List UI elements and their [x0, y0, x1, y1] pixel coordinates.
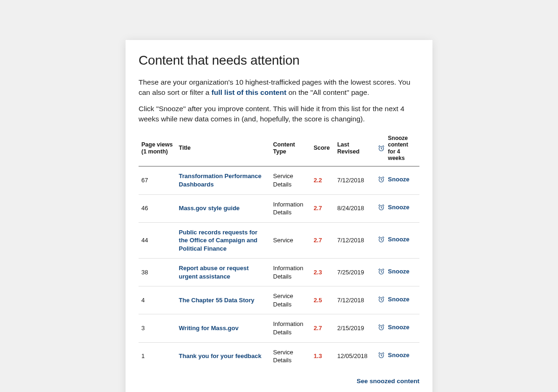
alarm-clock-icon — [378, 296, 385, 303]
col-header-score[interactable]: Score — [311, 131, 334, 166]
cell-type: Information Details — [270, 259, 311, 286]
snooze-button[interactable]: Snooze — [378, 324, 409, 331]
table-row: 4The Chapter 55 Data StoryService Detail… — [139, 286, 419, 314]
cell-views: 67 — [139, 166, 176, 194]
snooze-button[interactable]: Snooze — [378, 236, 409, 243]
cell-score: 2.7 — [313, 325, 322, 332]
col-header-title[interactable]: Title — [176, 131, 271, 166]
table-row: 44Public records requests for the Office… — [139, 222, 419, 259]
cell-type: Service Details — [270, 166, 311, 194]
cell-views: 3 — [139, 314, 176, 342]
snooze-button[interactable]: Snooze — [378, 204, 409, 211]
cell-score: 2.3 — [313, 269, 322, 276]
intro-paragraph-1: These are your organization's 10 highest… — [139, 77, 419, 98]
alarm-clock-icon — [378, 324, 385, 331]
cell-type: Service Details — [270, 342, 311, 370]
snooze-button[interactable]: Snooze — [378, 176, 409, 183]
cell-views: 1 — [139, 342, 176, 370]
cell-type: Information Details — [270, 194, 311, 222]
table-row: 3Writing for Mass.govInformation Details… — [139, 314, 419, 342]
cell-date: 7/12/2018 — [334, 286, 375, 314]
table-row: 46Mass.gov style guideInformation Detail… — [139, 194, 419, 222]
alarm-clock-icon — [378, 352, 385, 359]
table-row: 38Report abuse or request urgent assista… — [139, 259, 419, 286]
alarm-clock-icon — [378, 145, 385, 152]
cell-score: 1.3 — [313, 352, 322, 359]
col-header-type[interactable]: Content Type — [270, 131, 311, 166]
table-header-row: Page views (1 month) Title Content Type … — [139, 131, 419, 166]
cell-date: 7/25/2019 — [334, 259, 375, 286]
snooze-button-label: Snooze — [388, 268, 409, 275]
alarm-clock-icon — [378, 236, 385, 243]
snooze-button-label: Snooze — [388, 296, 409, 303]
snooze-button-label: Snooze — [388, 324, 409, 331]
alarm-clock-icon — [378, 204, 385, 211]
cell-date: 7/12/2018 — [334, 166, 375, 194]
attention-content-card: Content that needs attention These are y… — [126, 40, 432, 392]
table-row: 67Transformation Performance DashboardsS… — [139, 166, 419, 194]
cell-views: 4 — [139, 286, 176, 314]
cell-type: Service — [270, 222, 311, 259]
alarm-clock-icon — [378, 176, 385, 183]
cell-score: 2.7 — [313, 205, 322, 212]
content-title-link[interactable]: The Chapter 55 Data Story — [179, 297, 255, 304]
cell-date: 7/12/2018 — [334, 222, 375, 259]
col-header-date[interactable]: Last Revised — [334, 131, 375, 166]
footer-link-row: See snoozed content — [139, 377, 419, 385]
alarm-clock-icon — [378, 268, 385, 275]
see-snoozed-link[interactable]: See snoozed content — [357, 378, 419, 385]
content-table: Page views (1 month) Title Content Type … — [139, 131, 419, 370]
snooze-button[interactable]: Snooze — [378, 352, 409, 359]
snooze-button-label: Snooze — [388, 204, 409, 211]
full-list-link[interactable]: full list of this content — [212, 88, 286, 96]
content-title-link[interactable]: Report abuse or request urgent assistanc… — [179, 265, 249, 280]
col-header-snooze: Snooze content for 4 weeks — [375, 131, 419, 166]
cell-score: 2.5 — [313, 297, 322, 304]
intro-text-suffix: on the "All content" page. — [288, 88, 369, 96]
page-title: Content that needs attention — [139, 53, 419, 68]
content-title-link[interactable]: Mass.gov style guide — [179, 205, 240, 212]
col-header-views[interactable]: Page views (1 month) — [139, 131, 176, 166]
content-title-link[interactable]: Thank you for your feedback — [179, 352, 262, 359]
snooze-button[interactable]: Snooze — [378, 268, 409, 275]
cell-views: 46 — [139, 194, 176, 222]
cell-score: 2.2 — [313, 177, 322, 184]
cell-views: 38 — [139, 259, 176, 286]
table-row: 1Thank you for your feedbackService Deta… — [139, 342, 419, 370]
content-title-link[interactable]: Public records requests for the Office o… — [179, 229, 258, 252]
cell-date: 12/05/2018 — [334, 342, 375, 370]
intro-paragraph-2: Click "Snooze" after you improve content… — [139, 104, 419, 125]
cell-score: 2.7 — [313, 237, 322, 244]
snooze-button[interactable]: Snooze — [378, 296, 409, 303]
snooze-button-label: Snooze — [388, 176, 409, 183]
cell-type: Service Details — [270, 286, 311, 314]
content-title-link[interactable]: Transformation Performance Dashboards — [179, 173, 262, 188]
cell-date: 8/24/2018 — [334, 194, 375, 222]
cell-date: 2/15/2019 — [334, 314, 375, 342]
snooze-button-label: Snooze — [388, 236, 409, 243]
snooze-button-label: Snooze — [388, 352, 409, 359]
col-header-snooze-text: Snooze content for 4 weeks — [388, 135, 417, 162]
cell-type: Information Details — [270, 314, 311, 342]
content-title-link[interactable]: Writing for Mass.gov — [179, 325, 239, 332]
cell-views: 44 — [139, 222, 176, 259]
